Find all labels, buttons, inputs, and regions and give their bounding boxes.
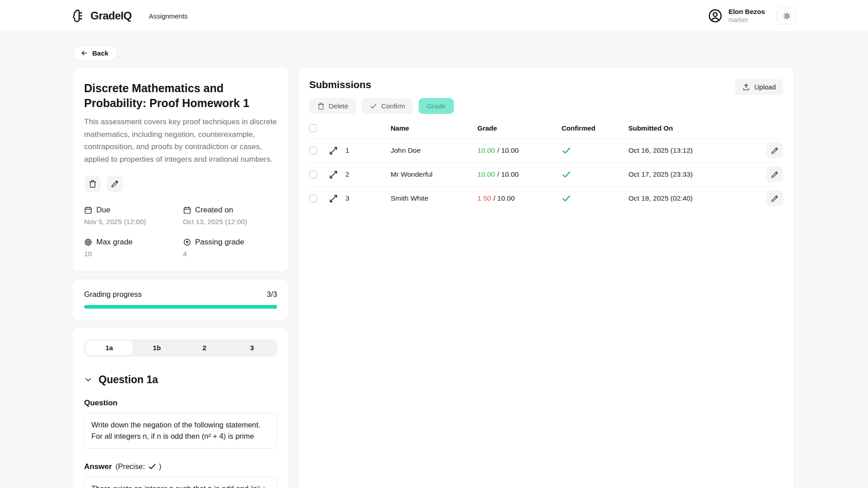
meta-due: Due Nov 5, 2025 (12:00) <box>84 206 179 226</box>
edit-assignment-button[interactable] <box>106 176 123 192</box>
answer-precision: (Precise: ) <box>115 462 161 471</box>
grade-value: 1.50 <box>477 194 491 202</box>
grade-value: 10.00 <box>477 170 495 178</box>
expand-submission-button[interactable] <box>327 192 340 205</box>
meta-created-on: Created on Oct 13, 2025 (12:00) <box>183 206 278 226</box>
question-tabs: 1a 1b 2 3 <box>84 339 277 357</box>
grade-value: 10.00 <box>477 146 495 155</box>
confirmed-check-icon <box>561 145 628 155</box>
pencil-icon <box>771 147 778 155</box>
trash-icon <box>317 103 325 110</box>
edit-submission-button[interactable] <box>766 142 783 159</box>
pencil-icon <box>771 171 778 178</box>
meta-label: Passing grade <box>195 238 245 247</box>
pencil-icon <box>111 180 119 188</box>
upload-label: Upload <box>754 83 776 91</box>
expand-submission-button[interactable] <box>327 145 340 157</box>
chevron-down-icon <box>84 375 92 384</box>
back-button[interactable]: Back <box>74 45 117 61</box>
tab-question-2[interactable]: 2 <box>181 341 228 355</box>
question-text-box: Write down the negation of the following… <box>84 413 277 449</box>
grade-out-of: / 10.00 <box>497 146 519 155</box>
submission-row: 3 Smith White 1.50 / 10.00 Oct 18, 2025 … <box>309 186 783 210</box>
confirm-submissions-button[interactable]: Confirm <box>362 98 413 114</box>
brain-logo-icon <box>72 9 86 23</box>
precise-label: (Precise: <box>115 462 145 471</box>
trash-icon <box>89 180 97 188</box>
tab-question-1a[interactable]: 1a <box>85 341 133 355</box>
theme-toggle-button[interactable] <box>777 7 797 25</box>
row-number: 2 <box>345 170 391 178</box>
check-icon <box>370 103 377 110</box>
progress-bar-fill <box>84 305 277 309</box>
brand-logo[interactable]: GradeIQ <box>72 9 132 23</box>
student-name: John Doe <box>391 146 477 155</box>
arrow-left-icon <box>80 49 88 57</box>
meta-label: Due <box>96 206 110 215</box>
progress-bar-track <box>84 305 277 309</box>
column-header-submitted-on: Submitted On <box>628 124 758 132</box>
meta-max-grade: Max grade 10 <box>84 238 179 258</box>
question-collapse-toggle[interactable]: Question 1a <box>84 374 277 386</box>
row-checkbox[interactable] <box>309 171 317 178</box>
grade-cell: 10.00 / 10.00 <box>477 146 561 155</box>
upload-button[interactable]: Upload <box>735 79 783 95</box>
edit-submission-button[interactable] <box>766 166 783 183</box>
row-checkbox[interactable] <box>309 195 317 202</box>
user-name: Elon Bezos <box>728 8 765 16</box>
meta-label: Created on <box>195 206 233 215</box>
expand-diagonal-icon <box>329 170 338 179</box>
submissions-title: Submissions <box>309 79 783 91</box>
confirmed-check-icon <box>561 169 628 179</box>
select-all-checkbox[interactable] <box>309 124 317 132</box>
submitted-on: Oct 16, 2025 (13:12) <box>628 146 758 155</box>
meta-value: 10 <box>84 250 179 258</box>
meta-value: Oct 13, 2025 (12:00) <box>183 218 278 226</box>
grading-progress-card: Grading progress 3/3 <box>72 279 289 321</box>
expand-submission-button[interactable] <box>327 169 340 181</box>
user-role: marker <box>728 16 765 24</box>
expand-diagonal-icon <box>329 146 338 155</box>
grade-submissions-button[interactable]: Grade <box>419 98 454 114</box>
submission-row: 2 Mr Wonderful 10.00 / 10.00 Oct 17, 202… <box>309 162 783 186</box>
arrow-up-circle-icon <box>183 238 191 246</box>
grade-cell: 1.50 / 10.00 <box>477 194 561 202</box>
grade-out-of: / 10.00 <box>493 194 514 202</box>
grade-cell: 10.00 / 10.00 <box>477 170 561 178</box>
column-header-grade: Grade <box>477 124 561 132</box>
submitted-on: Oct 18, 2025 (02:40) <box>628 194 758 202</box>
brand-name: GradeIQ <box>90 9 132 22</box>
assignment-details-card: Discrete Mathematics and Probability: Pr… <box>72 67 289 272</box>
student-name: Mr Wonderful <box>391 170 477 178</box>
row-number: 3 <box>345 194 391 202</box>
grading-progress-count: 3/3 <box>267 290 277 299</box>
expand-diagonal-icon <box>329 194 338 203</box>
grading-progress-label: Grading progress <box>84 290 142 299</box>
question-label: Question <box>84 399 277 408</box>
answer-label: Answer <box>84 462 112 471</box>
confirm-label: Confirm <box>381 102 405 110</box>
delete-assignment-button[interactable] <box>84 176 101 192</box>
grade-out-of: / 10.00 <box>497 170 519 178</box>
delete-submissions-button[interactable]: Delete <box>309 98 356 114</box>
assignment-description: This assessment covers key proof techniq… <box>84 116 277 166</box>
tab-question-1b[interactable]: 1b <box>133 341 180 355</box>
nav-item-assignments[interactable]: Assignments <box>149 12 188 20</box>
tab-question-3[interactable]: 3 <box>228 341 276 355</box>
questions-card: 1a 1b 2 3 Question 1a Question Write dow… <box>72 327 289 488</box>
sun-icon <box>783 12 791 20</box>
submissions-table-header: Name Grade Confirmed Submitted On <box>309 117 783 138</box>
user-avatar-icon[interactable] <box>708 8 723 23</box>
confirmed-check-icon <box>561 193 628 203</box>
edit-submission-button[interactable] <box>766 190 783 206</box>
row-checkbox[interactable] <box>309 147 317 155</box>
submissions-card: Submissions Upload Delete Confirm <box>298 67 794 488</box>
calendar-icon <box>183 206 191 214</box>
submitted-on: Oct 17, 2025 (23:33) <box>628 170 758 178</box>
precise-label-close: ) <box>159 462 162 471</box>
check-icon <box>148 462 156 471</box>
submission-row: 1 John Doe 10.00 / 10.00 Oct 16, 2025 (1… <box>309 138 783 162</box>
answer-text-box: There exists an integer n such that n is… <box>84 477 277 488</box>
grade-label: Grade <box>427 102 446 110</box>
pencil-icon <box>771 195 778 202</box>
